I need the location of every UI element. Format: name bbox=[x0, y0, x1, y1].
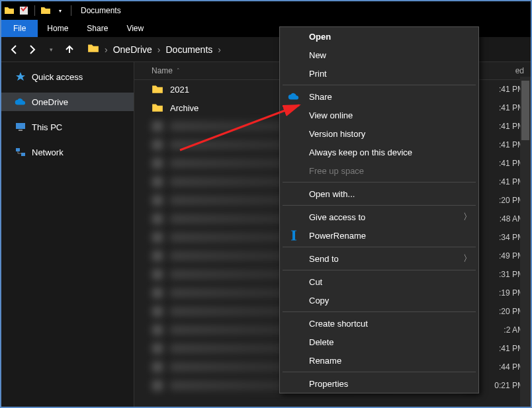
menu-item-delete[interactable]: Delete bbox=[280, 333, 478, 351]
file-icon bbox=[152, 139, 163, 151]
context-menu: OpenNewPrintShareView onlineVersion hist… bbox=[279, 26, 479, 393]
menu-item-label: Print bbox=[309, 69, 327, 79]
chevron-right-icon[interactable]: › bbox=[105, 44, 108, 55]
svg-rect-14 bbox=[152, 288, 163, 298]
sidebar-item-network[interactable]: Network bbox=[1, 143, 134, 161]
menu-item-properties[interactable]: Properties bbox=[280, 374, 478, 393]
menu-item-label: Delete bbox=[309, 337, 334, 347]
menu-item-print[interactable]: Print bbox=[280, 64, 478, 83]
menu-item-new[interactable]: New bbox=[280, 46, 478, 64]
sidebar-item-onedrive[interactable]: OneDrive bbox=[1, 93, 134, 111]
svg-rect-11 bbox=[152, 232, 163, 243]
separator bbox=[71, 5, 71, 16]
file-icon bbox=[152, 361, 163, 373]
folder-icon bbox=[87, 42, 99, 56]
menu-item-label: New bbox=[309, 50, 326, 60]
save-icon[interactable] bbox=[19, 5, 29, 16]
menu-separator bbox=[283, 182, 476, 183]
vertical-scrollbar[interactable] bbox=[520, 77, 531, 407]
menu-item-cut[interactable]: Cut bbox=[280, 272, 478, 291]
up-button[interactable] bbox=[62, 42, 77, 57]
file-date: :41 PM bbox=[471, 103, 524, 112]
chevron-right-icon[interactable]: › bbox=[218, 44, 221, 55]
file-icon bbox=[152, 306, 163, 317]
svg-rect-12 bbox=[152, 251, 163, 261]
svg-rect-9 bbox=[152, 195, 163, 206]
chevron-right-icon[interactable]: › bbox=[157, 44, 161, 55]
menu-item-powerrename[interactable]: PowerRename bbox=[280, 226, 478, 245]
sidebar-item-label: Network bbox=[32, 147, 64, 157]
menu-item-label: Create shortcut bbox=[309, 319, 368, 329]
separator bbox=[34, 5, 35, 16]
svg-rect-1 bbox=[16, 123, 25, 129]
file-date: :41 PM bbox=[471, 159, 524, 168]
menu-item-version-history[interactable]: Version history bbox=[280, 124, 478, 143]
menu-item-label: Open bbox=[309, 32, 331, 42]
file-date: :41 PM bbox=[471, 344, 524, 353]
forward-button[interactable] bbox=[25, 42, 40, 57]
file-date: :19 PM bbox=[471, 288, 524, 298]
file-date: :20 PM bbox=[471, 196, 524, 205]
sidebar-item-this-pc[interactable]: This PC bbox=[1, 118, 134, 136]
file-icon bbox=[152, 380, 163, 391]
menu-item-give-access-to[interactable]: Give access to〉 bbox=[280, 208, 478, 226]
menu-item-label: Cut bbox=[309, 277, 322, 287]
menu-item-free-up-space: Free up space bbox=[280, 161, 478, 180]
chevron-right-icon: 〉 bbox=[463, 253, 472, 265]
menu-separator bbox=[283, 270, 476, 270]
file-date: :44 PM bbox=[471, 362, 524, 372]
crumb-documents[interactable]: Documents bbox=[165, 44, 212, 55]
folder-icon bbox=[4, 5, 15, 16]
tab-home[interactable]: Home bbox=[38, 20, 77, 37]
chevron-up-icon: ˄ bbox=[177, 67, 180, 74]
column-date-modified[interactable]: ed bbox=[471, 66, 524, 75]
menu-separator bbox=[283, 205, 476, 206]
menu-item-create-shortcut[interactable]: Create shortcut bbox=[280, 314, 478, 333]
folder-icon bbox=[152, 102, 163, 114]
tab-file[interactable]: File bbox=[1, 20, 38, 37]
folder-icon bbox=[152, 83, 163, 95]
tab-share[interactable]: Share bbox=[77, 20, 117, 37]
back-button[interactable] bbox=[7, 42, 21, 57]
recent-dropdown[interactable]: ▾ bbox=[44, 42, 58, 57]
scroll-thumb[interactable] bbox=[521, 81, 529, 140]
menu-item-label: View online bbox=[309, 110, 353, 120]
file-date: :31 PM bbox=[471, 270, 524, 279]
menu-item-always-keep-on-this-device[interactable]: Always keep on this device bbox=[280, 143, 478, 161]
network-icon bbox=[15, 146, 26, 158]
file-icon bbox=[152, 120, 163, 132]
file-icon bbox=[152, 194, 163, 206]
file-date: :34 PM bbox=[471, 233, 524, 242]
file-date: 0:21 PM bbox=[471, 381, 524, 390]
menu-item-copy[interactable]: Copy bbox=[280, 291, 478, 309]
file-date: :2 AM bbox=[471, 325, 524, 335]
file-date: :48 AM bbox=[471, 214, 524, 224]
nav-pane: Quick access OneDrive This PC Network bbox=[1, 62, 134, 407]
powerrename-icon bbox=[288, 229, 300, 241]
svg-rect-16 bbox=[152, 325, 163, 335]
crumb-onedrive[interactable]: OneDrive bbox=[113, 44, 152, 55]
menu-item-share[interactable]: Share bbox=[280, 87, 478, 106]
svg-rect-19 bbox=[152, 380, 163, 391]
file-date: :49 PM bbox=[471, 251, 524, 261]
svg-rect-6 bbox=[152, 140, 163, 150]
menu-item-label: Share bbox=[309, 92, 332, 102]
dropdown-icon[interactable]: ▾ bbox=[55, 5, 66, 16]
sidebar-item-quick-access[interactable]: Quick access bbox=[1, 67, 134, 86]
menu-item-rename[interactable]: Rename bbox=[280, 351, 478, 370]
svg-rect-5 bbox=[152, 121, 163, 132]
menu-item-open-with[interactable]: Open with... bbox=[280, 184, 478, 203]
menu-item-open[interactable]: Open bbox=[280, 27, 478, 46]
menu-item-view-online[interactable]: View online bbox=[280, 106, 478, 124]
menu-item-send-to[interactable]: Send to〉 bbox=[280, 249, 478, 268]
file-icon bbox=[152, 287, 163, 299]
sidebar-item-label: OneDrive bbox=[32, 97, 68, 107]
svg-rect-2 bbox=[19, 130, 22, 131]
svg-rect-10 bbox=[152, 214, 163, 224]
tab-view[interactable]: View bbox=[117, 20, 153, 37]
svg-rect-15 bbox=[152, 306, 163, 317]
svg-rect-8 bbox=[152, 177, 163, 187]
menu-separator bbox=[283, 311, 476, 312]
svg-rect-13 bbox=[152, 269, 163, 280]
chevron-right-icon: 〉 bbox=[463, 211, 472, 223]
